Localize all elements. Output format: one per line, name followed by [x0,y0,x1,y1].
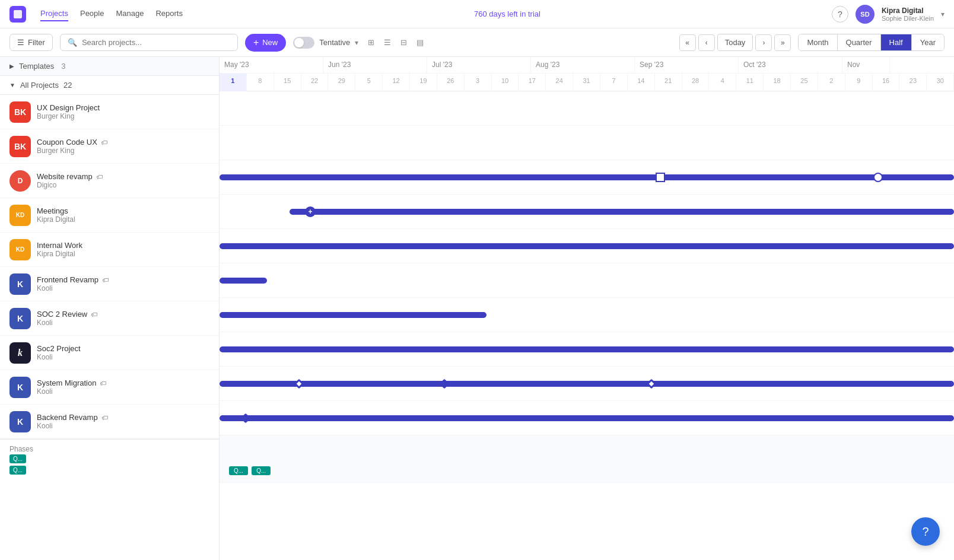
row-star-button[interactable]: ☆ [196,211,203,220]
templates-section-header[interactable]: ▶ Templates 3 [0,57,219,76]
gantt-bar[interactable] [220,312,486,318]
grid-view-button[interactable]: ⊟ [398,36,409,49]
row-expand-button[interactable]: › [207,211,209,219]
row-star-button[interactable]: ☆ [196,176,203,186]
project-logo: K [9,411,31,432]
project-info: System Migration 🏷 Kooli [37,378,176,396]
row-expand-button[interactable]: › [207,349,209,357]
row-menu-button[interactable]: ⋮ [182,209,192,221]
period-quarter[interactable]: Quarter [838,34,881,50]
row-star-button[interactable]: ☆ [195,417,202,427]
phase-q2[interactable]: Q... [252,466,271,475]
row-star-button[interactable]: ☆ [196,314,203,323]
today-button[interactable]: Today [717,34,753,51]
tentative-arrow[interactable]: ▾ [355,39,358,47]
row-expand-button[interactable]: › [207,246,209,254]
toggle-knob [294,38,304,47]
row-expand-button[interactable]: › [207,383,209,392]
bar-handle-right[interactable] [873,173,883,182]
row-menu-button[interactable]: ⋮ [182,106,192,118]
row-star-button[interactable]: ☆ [196,383,203,392]
period-prev-button[interactable]: ‹ [698,34,715,51]
nav-manage[interactable]: Manage [116,7,144,21]
filter-button[interactable]: ☰ Filter [9,34,53,51]
gantt-month: Sep '23 [635,57,739,73]
project-name: Frontend Revamp 🏷 [37,275,176,284]
gantt-bar[interactable] [220,243,954,249]
project-logo: BK [9,101,31,123]
row-expand-button[interactable]: › [207,108,209,116]
phase-badge-1[interactable]: Q... [9,454,26,463]
row-expand-button[interactable]: › [207,177,209,185]
bar-handle-left[interactable] [656,173,665,182]
search-input[interactable] [82,38,230,47]
row-menu-button[interactable]: ⋮ [182,175,192,187]
user-menu-chevron[interactable]: ▾ [941,10,945,18]
chart-view-button[interactable]: ⊞ [365,36,377,49]
period-month[interactable]: Month [799,34,837,50]
row-star-button[interactable]: ☆ [196,142,203,151]
gantt-bar[interactable] [220,415,954,421]
phase-badge-2[interactable]: Q... [9,466,26,475]
row-menu-button[interactable]: ⋮ [182,141,192,152]
row-star-button[interactable]: ☆ [196,279,203,289]
gantt-day: 3 [465,74,492,91]
row-star-button[interactable]: ☆ [196,348,203,358]
new-button[interactable]: + New [245,34,286,52]
app-logo[interactable] [9,6,26,23]
row-menu-button[interactable]: ⋮ [182,313,192,324]
tag-icon: 🏷 [100,380,106,387]
gantt-day: 17 [519,74,546,91]
period-year[interactable]: Year [912,34,944,50]
gantt-bar[interactable] [290,209,954,215]
row-expand-button[interactable]: ▾ [206,418,209,426]
help-button[interactable]: ? [832,6,848,23]
row-star-button[interactable]: ☆ [196,245,203,254]
project-logo: KD [9,205,31,226]
row-expand-button[interactable]: › [207,280,209,288]
row-star-button[interactable]: ☆ [196,107,203,117]
gantt-bar[interactable] [220,174,954,180]
row-menu-button[interactable]: ⋮ [182,381,192,393]
row-expand-button[interactable]: › [207,142,209,151]
gantt-view-button[interactable]: ▤ [414,36,426,49]
gantt-bar[interactable] [220,346,954,352]
row-menu-button[interactable]: ⋮ [182,347,192,359]
nav-reports[interactable]: Reports [155,7,183,21]
period-first-button[interactable]: « [679,34,696,51]
phase-q1[interactable]: Q... [229,466,248,475]
project-client: Kooli [37,319,176,327]
tentative-toggle[interactable] [293,37,314,49]
project-client: Kooli [37,353,176,361]
row-expand-button[interactable]: › [207,314,209,323]
project-row: D Website revamp 🏷 Digico ⋮ ☆ › [0,164,219,198]
row-menu-button[interactable]: ⋮ [182,244,192,256]
gantt-row-7 [220,298,954,332]
gantt-row-9 [220,367,954,401]
project-row: KD Internal Work Kipra Digital ⋮ ☆ › [0,233,219,267]
logo-inner [14,10,22,18]
row-menu-button[interactable]: ⋮ [182,278,192,290]
list-view-button[interactable]: ☰ [381,36,393,49]
gantt-bar[interactable] [220,381,954,387]
gantt-row-5 [220,229,954,263]
gantt-days: 1 8 15 22 29 5 12 19 26 3 10 17 24 31 7 … [220,74,954,91]
phases-label: Phases [9,445,33,453]
gantt-day: 26 [437,74,465,91]
templates-expand-icon: ▶ [9,63,14,69]
period-last-button[interactable]: » [774,34,791,51]
all-projects-count: 22 [63,81,72,90]
nav-projects[interactable]: Projects [40,7,68,21]
project-row: K SOC 2 Review 🏷 Kooli ⋮ ☆ › [0,301,219,336]
period-next-button[interactable]: › [755,34,772,51]
help-fab-button[interactable]: ? [911,517,940,546]
row-menu-button[interactable]: ⋮ [180,416,191,428]
plus-marker[interactable]: + [305,206,316,217]
all-projects-section-header[interactable]: ▼ All Projects 22 [0,76,219,95]
gantt-bar[interactable] [220,278,267,284]
gantt-day: 24 [546,74,573,91]
period-half[interactable]: Half [881,34,912,50]
tag-icon: 🏷 [96,173,103,180]
gantt-month: Oct '23 [739,57,842,73]
nav-people[interactable]: People [80,7,104,21]
